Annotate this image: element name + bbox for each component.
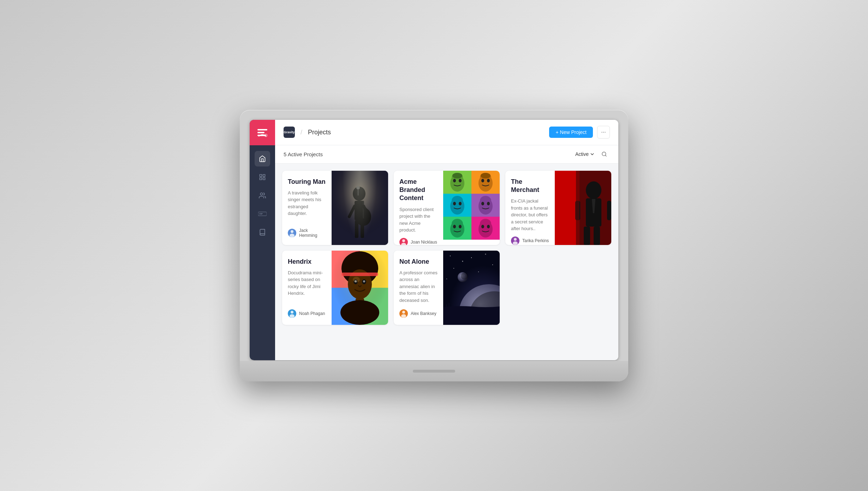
sidebar-logo — [250, 120, 275, 145]
sidebar-nav: VIP — [250, 145, 275, 240]
project-description: Ex-CIA jackal fronts as a funeral direct… — [511, 198, 549, 232]
svg-text:VIP: VIP — [259, 213, 263, 215]
projects-grid: Touring Man A traveling folk singer meet… — [282, 171, 611, 325]
svg-point-60 — [586, 181, 601, 199]
project-description: Docudrama mini-series based on rocky lif… — [288, 269, 326, 305]
pop-art-face-3 — [446, 194, 469, 217]
owner-name: Noah Phagan — [299, 311, 325, 316]
svg-point-82 — [340, 300, 379, 325]
project-card-merchant[interactable]: The Merchant Ex-CIA jackal fronts as a f… — [505, 171, 611, 245]
acme-cell-3 — [443, 194, 471, 217]
project-card-acme[interactable]: Acme Branded Content Sponsored client pr… — [394, 171, 500, 245]
not-alone-svg — [443, 251, 500, 325]
svg-point-97 — [478, 271, 479, 272]
hendrix-svg — [332, 251, 388, 325]
svg-rect-7 — [263, 177, 265, 180]
sidebar: VIP — [250, 120, 275, 360]
avatar-img — [399, 238, 408, 245]
new-project-button[interactable]: + New Project — [549, 127, 593, 138]
svg-rect-4 — [260, 174, 262, 176]
sidebar-item-grid[interactable] — [255, 169, 270, 185]
project-description: A professor comes across an amnesiac ali… — [399, 269, 438, 305]
laptop-frame: VIP Gravity — [240, 110, 628, 381]
laptop-screen: VIP Gravity — [250, 120, 618, 360]
avatar-img — [511, 236, 519, 245]
gravity-badge-text: Gravity — [284, 130, 295, 134]
project-info: Hendrix Docudrama mini-series based on r… — [282, 251, 332, 325]
project-description: Sponsored client project with the new Ac… — [399, 206, 438, 234]
chevron-down-icon — [590, 152, 594, 156]
svg-point-80 — [363, 280, 365, 282]
svg-rect-67 — [555, 171, 579, 245]
project-title: Touring Man — [288, 178, 326, 186]
project-title: Not Alone — [399, 258, 438, 266]
sidebar-item-vip[interactable]: VIP — [255, 206, 270, 222]
project-image-touring-man — [332, 171, 388, 245]
svg-point-50 — [453, 225, 456, 228]
project-owner: Jack Hemming — [288, 228, 326, 238]
project-card-hendrix[interactable]: Hendrix Docudrama mini-series based on r… — [282, 251, 388, 325]
svg-point-46 — [481, 202, 484, 205]
project-card-not-alone[interactable]: Not Alone A professor comes across an am… — [394, 251, 500, 325]
project-info: The Merchant Ex-CIA jackal fronts as a f… — [505, 171, 555, 245]
laptop-base — [240, 361, 628, 381]
subheader: 5 Active Projects Active — [275, 145, 618, 164]
sidebar-item-book[interactable] — [255, 224, 270, 240]
project-owner: Joan Nicklaus — [399, 238, 438, 245]
svg-point-68 — [291, 311, 293, 314]
svg-point-13 — [291, 230, 293, 233]
pop-art-face-1 — [446, 171, 469, 194]
svg-point-47 — [487, 202, 490, 205]
pop-art-face-5 — [446, 217, 469, 240]
svg-rect-62 — [584, 227, 590, 245]
svg-rect-63 — [594, 227, 600, 245]
svg-point-90 — [462, 261, 463, 262]
svg-point-54 — [481, 225, 484, 228]
more-options-button[interactable]: ··· — [597, 126, 610, 139]
svg-point-42 — [453, 202, 456, 205]
svg-line-12 — [605, 155, 606, 156]
acme-cell-5 — [443, 217, 471, 240]
project-description: A traveling folk singer meets his estran… — [288, 189, 326, 224]
svg-point-39 — [481, 173, 491, 179]
svg-rect-103 — [448, 303, 450, 311]
project-image-hendrix — [332, 251, 388, 325]
avatar — [511, 236, 519, 245]
svg-point-14 — [290, 234, 295, 237]
svg-point-92 — [471, 257, 472, 258]
svg-point-29 — [401, 243, 406, 245]
svg-point-33 — [459, 179, 462, 182]
pop-art-face-4 — [474, 194, 497, 217]
sidebar-item-users[interactable] — [255, 188, 270, 203]
svg-rect-5 — [263, 174, 265, 176]
svg-point-69 — [290, 314, 295, 318]
svg-rect-102 — [446, 304, 447, 311]
search-button[interactable] — [599, 148, 610, 160]
acme-cell-2 — [471, 171, 500, 194]
owner-name: Alex Banksey — [411, 311, 436, 316]
svg-point-93 — [485, 253, 486, 255]
svg-point-94 — [492, 264, 493, 265]
project-info: Acme Branded Content Sponsored client pr… — [394, 171, 443, 245]
owner-name: Tarika Perkins — [522, 238, 549, 243]
sidebar-item-home[interactable] — [255, 151, 270, 166]
project-card-touring-man[interactable]: Touring Man A traveling folk singer meet… — [282, 171, 388, 245]
svg-point-91 — [453, 268, 454, 269]
svg-point-34 — [452, 173, 462, 179]
filter-dropdown[interactable]: Active — [575, 151, 594, 157]
svg-point-32 — [453, 179, 456, 182]
projects-area: Touring Man A traveling folk singer meet… — [275, 164, 618, 360]
svg-rect-65 — [607, 201, 611, 220]
project-title: Acme Branded Content — [399, 178, 438, 203]
svg-point-43 — [459, 202, 462, 205]
header: Gravity / Projects + New Project ··· — [275, 120, 618, 145]
app-container: VIP Gravity — [250, 120, 618, 360]
svg-point-57 — [513, 241, 518, 245]
header-separator: / — [301, 129, 302, 136]
avatar-img — [399, 309, 408, 318]
acme-cell-4 — [471, 194, 500, 217]
avatar — [288, 309, 296, 318]
svg-rect-0 — [257, 129, 267, 130]
svg-point-85 — [402, 311, 405, 314]
project-image-acme — [443, 171, 500, 245]
